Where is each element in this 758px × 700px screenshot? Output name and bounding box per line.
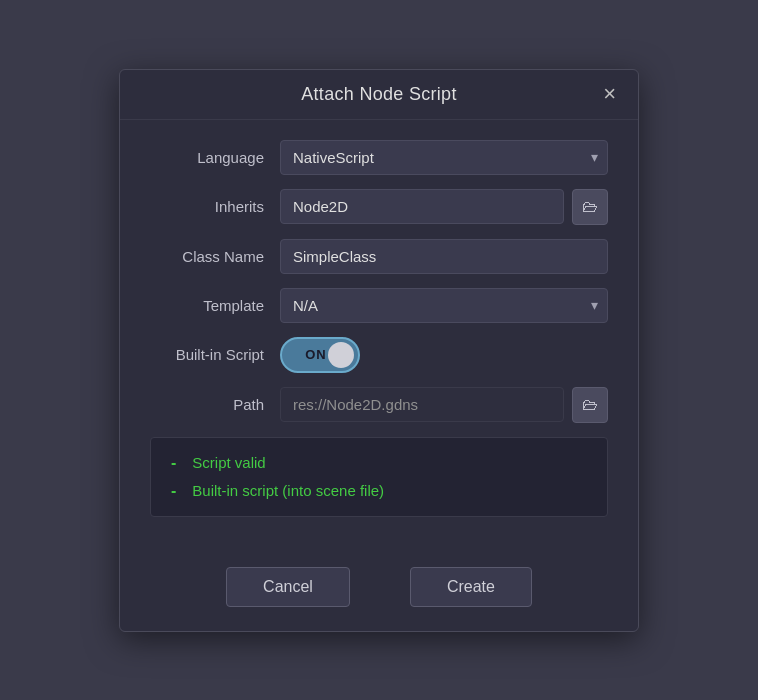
builtin-script-row: Built-in Script ON (150, 337, 608, 373)
status-item-builtin: - Built-in script (into scene file) (171, 482, 587, 500)
status-box: - Script valid - Built-in script (into s… (150, 437, 608, 517)
language-label: Language (150, 149, 280, 166)
language-select[interactable]: NativeScript GDScript VisualScript (280, 140, 608, 175)
inherits-label: Inherits (150, 198, 280, 215)
status-text-valid: Script valid (192, 454, 265, 471)
dialog-footer: Cancel Create (120, 557, 638, 631)
dialog-body: Language NativeScript GDScript VisualScr… (120, 120, 638, 557)
template-select[interactable]: N/A (280, 288, 608, 323)
classname-input[interactable] (280, 239, 608, 274)
language-select-wrapper[interactable]: NativeScript GDScript VisualScript ▾ (280, 140, 608, 175)
path-row: Path 🗁 (150, 387, 608, 423)
status-dash-1: - (171, 454, 176, 472)
status-item-valid: - Script valid (171, 454, 587, 472)
status-dash-2: - (171, 482, 176, 500)
builtin-script-label: Built-in Script (150, 346, 280, 363)
path-folder-icon: 🗁 (582, 396, 598, 414)
toggle-knob (328, 342, 354, 368)
attach-node-script-dialog: Attach Node Script × Language NativeScri… (119, 69, 639, 632)
inherits-input[interactable] (280, 189, 564, 224)
cancel-button[interactable]: Cancel (226, 567, 350, 607)
template-label: Template (150, 297, 280, 314)
create-button[interactable]: Create (410, 567, 532, 607)
template-select-wrapper[interactable]: N/A ▾ (280, 288, 608, 323)
classname-control (280, 239, 608, 274)
path-control: 🗁 (280, 387, 608, 423)
template-row: Template N/A ▾ (150, 288, 608, 323)
builtin-script-toggle[interactable]: ON (280, 337, 360, 373)
path-input[interactable] (280, 387, 564, 422)
path-label: Path (150, 396, 280, 413)
language-row: Language NativeScript GDScript VisualScr… (150, 140, 608, 175)
template-control: N/A ▾ (280, 288, 608, 323)
inherits-control: 🗁 (280, 189, 608, 225)
close-button[interactable]: × (597, 81, 622, 107)
classname-row: Class Name (150, 239, 608, 274)
status-text-builtin: Built-in script (into scene file) (192, 482, 384, 499)
classname-label: Class Name (150, 248, 280, 265)
folder-icon: 🗁 (582, 198, 598, 216)
inherits-folder-button[interactable]: 🗁 (572, 189, 608, 225)
path-folder-button[interactable]: 🗁 (572, 387, 608, 423)
dialog-title: Attach Node Script (301, 84, 456, 105)
language-control: NativeScript GDScript VisualScript ▾ (280, 140, 608, 175)
dialog-header: Attach Node Script × (120, 70, 638, 120)
toggle-on-text: ON (305, 347, 327, 362)
inherits-row: Inherits 🗁 (150, 189, 608, 225)
